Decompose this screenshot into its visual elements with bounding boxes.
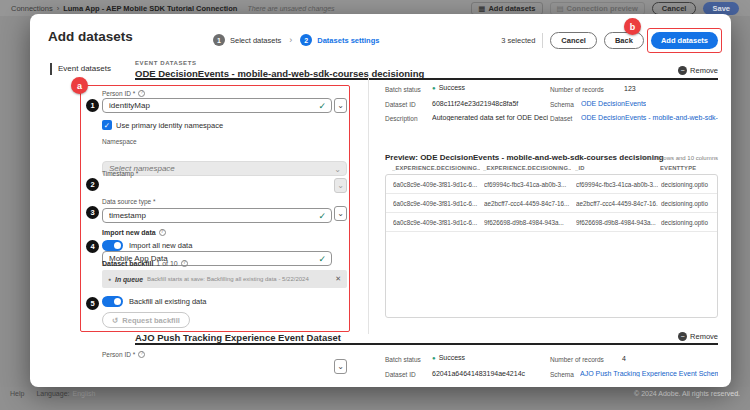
unsaved-changes-note: There are unsaved changes [247,5,334,12]
import-toggle-row: Import all new data [102,240,192,251]
cell: ae2bcff7-ccc4-4459-84c7-16... [576,194,658,213]
column-header[interactable]: _EXPERIENCE.DECISIONING... [392,165,480,171]
info-icon[interactable]: ? [138,90,145,97]
breadcrumb-root[interactable]: Connections [11,4,53,13]
sidebar-item-event-datasets[interactable]: Event datasets [50,63,111,75]
person-id-label: Person ID * ? [102,90,145,97]
namespace-field [103,162,346,175]
table-row[interactable]: 6a0c8c9e-409e-3f81-9d1c-6... ae2bcff7-cc… [386,194,717,213]
batch-status-value-2: ● Success [432,354,465,361]
content-divider [368,76,369,334]
help-link[interactable]: Help [10,390,24,410]
import-toggle[interactable] [102,240,123,251]
import-new-data-label: Import new data ? [102,229,166,236]
language-value[interactable]: English [73,390,96,397]
close-icon[interactable]: ✕ [335,275,341,283]
preview-pane-icon: ▤ [557,4,564,13]
page: Connections › Luma App - AEP Mobile SDK … [0,0,750,410]
request-backfill-label: Request backfill [122,316,180,325]
schema-link[interactable]: ODE DecisionEvents [581,100,646,107]
backfill-toggle[interactable] [102,296,123,307]
step-indicator: 1 Select datasets › 2 Datasets settings [213,34,379,46]
queue-note: Backfill starts at save: Backfilling all… [147,276,331,282]
request-backfill-button[interactable]: ↺ Request backfill [102,312,190,328]
person-id-dropdown-button[interactable]: ⌄ [334,98,347,113]
cell: ae2bcff7-ccc4-4459-84c7-16... [484,194,572,213]
backfill-toggle-label: Backfill all existing data [129,297,207,306]
copyright-text: © 2024 Adobe. All rights reserved. [634,390,740,410]
topbar-save-button[interactable]: Save [703,2,739,15]
annotation-badge-2: 2 [86,178,99,191]
info-icon[interactable]: ? [181,260,188,267]
selected-count: 3 selected [501,36,535,45]
data-source-dropdown-button[interactable]: ⌄ [334,206,347,221]
dataset-backfill-label: Dataset backfill 1 of 10 ? [102,260,188,267]
step-1-label[interactable]: Select datasets [230,36,281,45]
schema-link-2[interactable]: AJO Push Tracking Experience Event Schem… [580,370,718,377]
cell: 9f626698-d9b8-4984-943a... [576,213,658,232]
schema-label-2: Schema [550,371,574,378]
section1-remove-label: Remove [690,66,718,75]
back-button[interactable]: Back [604,32,644,49]
queue-status-text: In queue [115,276,143,283]
annotation-a-circle: a [71,77,88,94]
preview-title: Preview: ODE DecisionEvents - mobile-and… [385,153,664,162]
add-datasets-modal: Add datasets 1 Select datasets › 2 Datas… [30,14,731,387]
remove-minus-icon: − [678,332,687,341]
person-id-label-2: Person ID * ? [102,351,145,358]
dataset-link[interactable]: ODE DecisionEvents - mobile-and-web-sdk-… [581,114,718,121]
cell: cf69994c-fbc3-41ca-ab0b-3... [484,175,572,194]
step-2-circle: 2 [300,34,312,46]
topbar-cancel-button[interactable]: Cancel [652,2,697,15]
timestamp-field[interactable] [103,209,331,222]
primary-namespace-checkbox-row[interactable]: ✓ Use primary identity namespace [102,120,223,130]
connection-preview-button[interactable]: ▤ Connection preview [550,2,645,15]
backfill-status-bar: ● In queue Backfill starts at save: Back… [102,270,347,288]
cancel-button[interactable]: Cancel [550,32,597,49]
backfill-toggle-row: Backfill all existing data [102,296,207,307]
dataset-id-value: 608c11f24e23d21948c8fa5f [432,100,518,107]
add-datasets-button[interactable]: Add datasets [651,32,718,49]
records-label: Number of records [550,86,604,93]
header-divider [542,33,543,48]
checkbox-checked-icon[interactable]: ✓ [102,120,112,130]
topbar-add-datasets-button[interactable]: ▦ Add datasets [471,2,542,15]
person-id-field[interactable] [103,99,331,112]
section2-title: AJO Push Tracking Experience Event Datas… [135,332,341,343]
person-id-dropdown-button-2[interactable]: ⌄ [334,359,347,374]
timestamp-label: Timestamp * [102,170,138,177]
import-toggle-label: Import all new data [129,241,192,250]
info-icon[interactable]: ? [138,351,145,358]
schema-label: Schema [550,101,574,108]
timestamp-input[interactable]: ✓ [102,208,332,223]
topbar-actions: ▦ Add datasets ▤ Connection preview Canc… [471,2,739,15]
column-header[interactable]: _EXPERIENCE.DECISIONING... [483,165,571,171]
annotation-badge-1: 1 [86,99,99,112]
step-separator-icon: › [286,35,295,45]
step-1-circle: 1 [213,34,225,46]
table-row[interactable]: 6a0c8c9e-409e-3f81-9d1c-6... 9f626698-d9… [386,213,717,232]
preview-header-row: _EXPERIENCE.DECISIONING... _EXPERIENCE.D… [385,165,718,173]
section1-remove-button[interactable]: − Remove [678,66,718,75]
timestamp-dropdown-button: ⌄ [334,178,347,193]
person-id-input[interactable]: ✓ [102,98,332,113]
dataset-grid-icon: ▦ [478,4,485,13]
annotation-b-circle: b [624,18,641,35]
table-row[interactable]: 6a0c8c9e-409e-3f81-9d1c-6... cf69994c-fb… [386,175,717,194]
annotation-badge-5: 5 [86,297,99,310]
info-icon[interactable]: ? [159,229,166,236]
namespace-select: ⌄ [102,161,347,176]
cell: decisioning.optio [661,213,717,232]
language-setting[interactable]: Language:English [36,390,95,410]
section1-rule [135,78,718,80]
column-header[interactable]: _ID [575,165,657,171]
step-2-label[interactable]: Datasets settings [317,36,379,45]
description-value: Autogenerated data set for ODE DecisionE… [432,114,548,121]
add-datasets-button-wrap: Add datasets b [651,32,718,49]
undo-icon: ↺ [112,316,118,325]
dataset-id-value-2: 62041a64641483194ae4214c [432,370,525,377]
annotation-badge-3: 3 [86,206,99,219]
column-header[interactable]: EVENTTYPE [660,165,716,171]
modal-header-actions: 3 selected Cancel Back Add datasets b [501,32,718,49]
section2-remove-button[interactable]: − Remove [678,332,718,341]
